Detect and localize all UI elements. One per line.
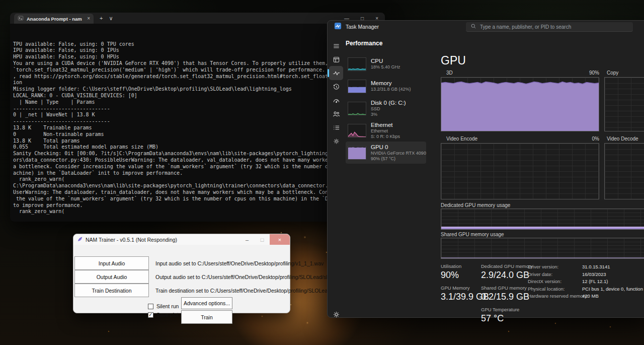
details-icon <box>333 124 340 131</box>
services-icon <box>333 137 340 145</box>
perf-item-gpu-0[interactable]: GPU 0NVIDIA GeForce RTX 409090% (57 °C) <box>346 142 426 164</box>
driver-info-row: DirectX version:12 (FL 12.1) <box>528 279 644 285</box>
output-audio-button[interactable]: Output Audio <box>74 270 149 284</box>
train-button[interactable]: Train <box>181 310 232 324</box>
info-label: DirectX version: <box>528 279 582 285</box>
sidebar-item-processes[interactable] <box>329 52 343 66</box>
info-value: PCI bus 1, device 0, function 0 <box>582 286 644 292</box>
perf-thumb-cpu <box>348 57 366 71</box>
history-icon <box>333 83 340 91</box>
perf-item-name: Ethernet <box>371 122 400 128</box>
driver-info-row: Driver date:16/03/2023 <box>528 271 644 278</box>
startup-icon <box>333 97 340 104</box>
perf-item-memory[interactable]: Memory13.2/31.8 GB (42%) <box>346 75 426 97</box>
checkbox-label: Silent run <box>156 303 179 309</box>
nam-maximize-button[interactable]: □ <box>255 234 270 245</box>
silent-run-checkbox[interactable]: Silent run <box>148 303 179 309</box>
perf-thumb-gpu-0 <box>348 146 366 160</box>
info-label: Driver version: <box>528 264 582 270</box>
driver-info-row: Physical location:PCI bus 1, device 0, f… <box>528 286 644 292</box>
perf-item-detail: S: 0 R: 0 Kbps <box>371 134 400 140</box>
nam-title-bar[interactable]: NAM Trainer - v0.5.1 (Not Responding) – … <box>73 234 290 245</box>
tab-close-icon[interactable]: × <box>87 16 90 21</box>
chart-3d-value: 90% <box>579 70 599 76</box>
search-icon <box>470 22 476 31</box>
dedicated-memory-label: Dedicated GPU memory usage <box>441 202 510 208</box>
checkbox-box[interactable] <box>148 304 153 309</box>
status-text: Input audio set to C:/Users/steff/OneDri… <box>155 256 324 270</box>
chart-3d-label: 3D <box>446 70 453 76</box>
driver-info-row: Hardware reserved memory:420 MB <box>528 293 644 299</box>
sidebar-item-app-history[interactable] <box>329 80 343 94</box>
perf-item-name: CPU <box>371 58 400 64</box>
perf-item-detail: Ethernet <box>371 128 400 134</box>
perf-thumb-disk-0 <box>348 102 366 115</box>
stat-value: 57 °C <box>481 313 533 324</box>
nam-dialog-body: Input AudioInput audio set to C:/Users/s… <box>73 245 290 313</box>
perf-item-ethernet[interactable]: EthernetEthernetS: 0 R: 0 Kbps <box>346 119 426 142</box>
dedicated-memory-chart <box>441 209 644 230</box>
terminal-tab[interactable]: Anaconda Prompt - nam × <box>14 14 94 24</box>
shared-memory-chart <box>441 238 644 259</box>
stat-label: GPU Temperature <box>481 307 533 313</box>
perf-item-cpu[interactable]: CPU18% 5.40 GHz <box>346 53 426 75</box>
gpu-driver-info: Driver version:31.0.15.3141Driver date:1… <box>528 264 644 301</box>
terminal-tab-title: Anaconda Prompt - nam <box>27 16 84 22</box>
nam-window-title: NAM Trainer - v0.5.1 (Not Responding) <box>86 237 239 243</box>
info-label: Hardware reserved memory: <box>528 293 582 299</box>
stat-label: Shared GPU memory <box>481 285 533 291</box>
page-title: Performance <box>346 40 382 47</box>
task-manager-window: Task Manager Type a name, publisher, or … <box>327 20 644 318</box>
perf-item-detail: 90% (57 °C) <box>371 156 426 162</box>
users-icon <box>333 110 340 118</box>
new-tab-icon[interactable]: + <box>100 15 103 21</box>
train-destination-button[interactable]: Train Destination <box>74 284 149 297</box>
perf-item-name: Memory <box>371 80 411 87</box>
sidebar-item-settings[interactable] <box>329 307 343 321</box>
task-manager-title-bar[interactable]: Task Manager Type a name, publisher, or … <box>328 21 644 33</box>
gpu-panel-title: GPU <box>441 54 466 67</box>
chart-video-decode-label: Video Decode <box>607 136 638 142</box>
perf-thumb-ethernet <box>348 124 366 137</box>
task-manager-title: Task Manager <box>346 24 379 30</box>
nam-minimize-button[interactable]: – <box>239 234 255 245</box>
status-text: Output audio set to C:/Users/steff/OneDr… <box>155 270 353 284</box>
search-input[interactable]: Type a name, publisher, or PID to search <box>466 22 633 32</box>
perf-item-detail: 18% 5.40 GHz <box>371 64 400 70</box>
perf-item-disk-0[interactable]: Disk 0 (G: C:)SSD3% <box>346 97 426 119</box>
nam-close-button[interactable]: × <box>270 234 290 245</box>
stat-value: 2.9/24.0 GB <box>481 269 533 281</box>
chart-area <box>348 124 366 137</box>
sidebar-item-users[interactable] <box>329 107 343 121</box>
sidebar-item-startup-apps[interactable] <box>329 93 343 107</box>
gpu-3d-chart <box>441 77 599 131</box>
perf-item-detail: 13.2/31.8 GB (42%) <box>371 87 411 92</box>
perf-item-detail: SSD <box>371 106 406 112</box>
sidebar-item-menu[interactable] <box>329 39 343 53</box>
sidebar-item-details[interactable] <box>329 120 343 134</box>
gpu-stat: GPU Temperature57 °C <box>481 307 533 324</box>
chart-area <box>348 147 366 159</box>
advanced-options-button[interactable]: Advanced options... <box>181 297 232 309</box>
info-value: 31.0.15.3141 <box>582 264 610 270</box>
gpu-video-encode-chart <box>441 143 599 199</box>
menu-icon <box>333 42 340 50</box>
fire-embers <box>0 0 1 1</box>
gpu-stats-column-2: Dedicated GPU memory2.9/24.0 GBShared GP… <box>481 263 533 328</box>
task-manager-sidebar <box>328 33 345 317</box>
feather-icon <box>77 235 83 244</box>
sidebar-item-performance[interactable] <box>329 66 343 80</box>
perf-item-name: Disk 0 (G: C:) <box>371 100 406 106</box>
search-placeholder: Type a name, publisher, or PID to search <box>480 24 571 30</box>
anaconda-prompt-icon <box>18 14 24 23</box>
dedicated-memory-bar <box>441 227 644 229</box>
gpu-video-decode-chart <box>604 143 644 199</box>
nam-trainer-dialog: NAM Trainer - v0.5.1 (Not Responding) – … <box>73 234 290 313</box>
perf-item-detail: 3% <box>371 112 406 117</box>
checkbox-box[interactable]: ✓ <box>148 312 153 318</box>
chart-video-encode-label: Video Encode <box>446 136 477 142</box>
sidebar-item-services[interactable] <box>329 134 343 148</box>
tab-dropdown-icon[interactable]: ∨ <box>109 15 113 22</box>
input-audio-button[interactable]: Input Audio <box>74 256 149 270</box>
gpu-stat: Shared GPU memory0.2/15.9 GB <box>481 285 533 302</box>
